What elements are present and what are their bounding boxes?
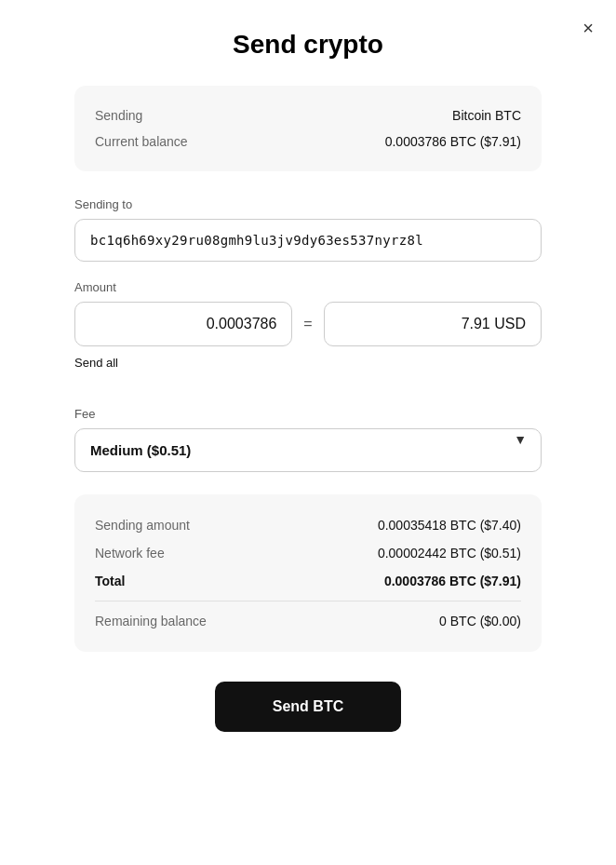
network-fee-label: Network fee <box>95 546 165 561</box>
sending-value: Bitcoin BTC <box>452 108 521 123</box>
amount-section: Amount = Send all <box>74 280 542 388</box>
network-fee-row: Network fee 0.00002442 BTC ($0.51) <box>95 539 521 567</box>
send-crypto-modal: × Send crypto Sending Bitcoin BTC Curren… <box>0 0 616 865</box>
close-button[interactable]: × <box>579 15 597 41</box>
fee-label: Fee <box>74 407 542 421</box>
remaining-balance-label: Remaining balance <box>95 614 207 628</box>
sending-amount-label: Sending amount <box>95 518 190 533</box>
network-fee-value: 0.00002442 BTC ($0.51) <box>378 546 521 561</box>
remaining-balance-row: Remaining balance 0 BTC ($0.00) <box>95 607 521 635</box>
summary-divider <box>95 601 521 601</box>
balance-value: 0.0003786 BTC ($7.91) <box>385 134 521 149</box>
info-card: Sending Bitcoin BTC Current balance 0.00… <box>74 86 542 171</box>
usd-amount-input[interactable] <box>324 302 542 346</box>
balance-row: Current balance 0.0003786 BTC ($7.91) <box>95 128 521 155</box>
total-row: Total 0.0003786 BTC ($7.91) <box>95 567 521 595</box>
remaining-balance-value: 0 BTC ($0.00) <box>439 614 521 628</box>
amount-label: Amount <box>74 280 542 294</box>
sending-label: Sending <box>95 108 142 123</box>
sending-to-label: Sending to <box>74 197 542 211</box>
sending-row: Sending Bitcoin BTC <box>95 102 521 128</box>
fee-section: Fee Low ($0.20) Medium ($0.51) High ($1.… <box>74 407 542 472</box>
total-value: 0.0003786 BTC ($7.91) <box>384 574 521 588</box>
fee-select[interactable]: Low ($0.20) Medium ($0.51) High ($1.00) <box>74 428 542 472</box>
send-btc-button[interactable]: Send BTC <box>215 682 401 732</box>
summary-card: Sending amount 0.00035418 BTC ($7.40) Ne… <box>74 494 542 652</box>
amount-row: = <box>74 302 542 346</box>
sending-amount-row: Sending amount 0.00035418 BTC ($7.40) <box>95 511 521 539</box>
sending-amount-value: 0.00035418 BTC ($7.40) <box>378 518 521 533</box>
send-all-link[interactable]: Send all <box>74 356 118 370</box>
btc-amount-input[interactable] <box>74 302 292 346</box>
modal-title: Send crypto <box>74 30 542 60</box>
sending-to-section: Sending to <box>74 197 542 262</box>
balance-label: Current balance <box>95 134 188 149</box>
address-input[interactable] <box>74 219 542 262</box>
equals-sign: = <box>303 316 312 332</box>
total-label: Total <box>95 574 125 588</box>
